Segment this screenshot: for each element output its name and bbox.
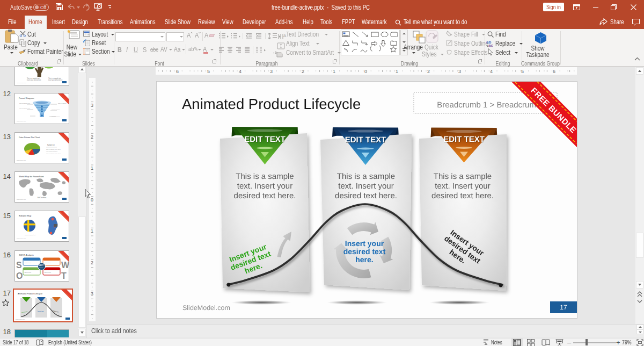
svg-text:Sample text: Sample text <box>47 144 55 146</box>
svg-text:T: T <box>61 271 67 280</box>
svg-text:Insert your: Insert your <box>345 239 384 248</box>
svg-text:insert your desired text: insert your desired text <box>27 79 41 81</box>
svg-text:Animated Product Lifecycle: Animated Product Lifecycle <box>182 96 361 112</box>
svg-text:World Map for PowerPoint: World Map for PowerPoint <box>19 175 45 178</box>
svg-text:This is a sample: This is a sample <box>52 116 61 117</box>
svg-text:• Edit text here: • Edit text here <box>44 262 52 263</box>
svg-text:Edit Text Here: Edit Text Here <box>38 197 47 199</box>
svg-text:EDIT TEXT: EDIT TEXT <box>443 135 485 144</box>
svg-text:Data-Driven Pie Chart: Data-Driven Pie Chart <box>19 136 40 139</box>
svg-text:This is a sample text. Insert: This is a sample text. Insert <box>46 149 61 150</box>
svg-text:SlideModel.com: SlideModel.com <box>17 120 26 122</box>
svg-text:O: O <box>16 271 23 280</box>
svg-text:desired text here.: desired text here. <box>431 191 494 200</box>
svg-text:This is a sample text: This is a sample text <box>25 234 35 235</box>
svg-text:Animated Product Lifecycle: Animated Product Lifecycle <box>18 293 42 295</box>
svg-text:Editable Map: Editable Map <box>19 214 32 217</box>
svg-text:insert your desired text: insert your desired text <box>48 79 63 81</box>
svg-text:text. Insert your: text. Insert your <box>237 182 292 191</box>
svg-text:W: W <box>61 261 69 270</box>
svg-text:SWOT: SWOT <box>39 264 43 266</box>
svg-text:ac: ac <box>488 43 493 47</box>
svg-text:your desired text here: your desired text here <box>46 150 58 152</box>
svg-text:Insert text: Insert text <box>38 311 44 313</box>
svg-text:text. Insert your: text. Insert your <box>338 182 393 191</box>
svg-text:This is a sample text: This is a sample text <box>19 103 30 104</box>
svg-text:• Edit text here: • Edit text here <box>24 262 32 263</box>
svg-text:SlideModel.com: SlideModel.com <box>16 319 25 320</box>
svg-text:This is a sample: This is a sample <box>58 103 67 104</box>
svg-text:S: S <box>16 261 22 270</box>
svg-text:desired text: desired text <box>343 247 386 256</box>
svg-text:This is a sample: This is a sample <box>52 109 61 110</box>
svg-text:here.: here. <box>355 255 373 264</box>
svg-text:• Edit text here: • Edit text here <box>44 272 52 273</box>
svg-text:SlideModel.com: SlideModel.com <box>17 160 26 161</box>
svg-text:SlideModel.com: SlideModel.com <box>17 82 26 84</box>
svg-text:EDIT TEXT: EDIT TEXT <box>244 135 286 144</box>
svg-text:This is a sample: This is a sample <box>236 172 294 181</box>
svg-text:This is a sample text: This is a sample text <box>19 108 30 109</box>
svg-text:text. Insert your: text. Insert your <box>435 182 490 191</box>
svg-text:This is a sample text. Insert: This is a sample text. Insert <box>46 153 61 154</box>
svg-text:desired text here.: desired text here. <box>335 191 397 200</box>
svg-text:SlideModel.com: SlideModel.com <box>182 304 230 312</box>
svg-text:SlideModel.com: SlideModel.com <box>17 199 26 200</box>
svg-text:SWOT Analysis: SWOT Analysis <box>19 254 34 256</box>
svg-text:analysis: analysis <box>39 267 43 268</box>
svg-text:Breadcrumb 1 > Breadcrumb 2: Breadcrumb 1 > Breadcrumb 2 <box>437 100 547 110</box>
svg-text:EDIT TEXT: EDIT TEXT <box>345 135 386 145</box>
svg-text:• Edit text here: • Edit text here <box>24 272 32 273</box>
svg-text:Funnel Diagram: Funnel Diagram <box>19 97 34 99</box>
svg-text:desired text here.: desired text here. <box>234 191 296 200</box>
svg-text:This is a sample: This is a sample <box>434 172 492 181</box>
svg-text:SlideModel.com: SlideModel.com <box>17 238 26 240</box>
svg-text:This is a sample: This is a sample <box>337 172 395 181</box>
svg-text:17: 17 <box>560 304 567 311</box>
